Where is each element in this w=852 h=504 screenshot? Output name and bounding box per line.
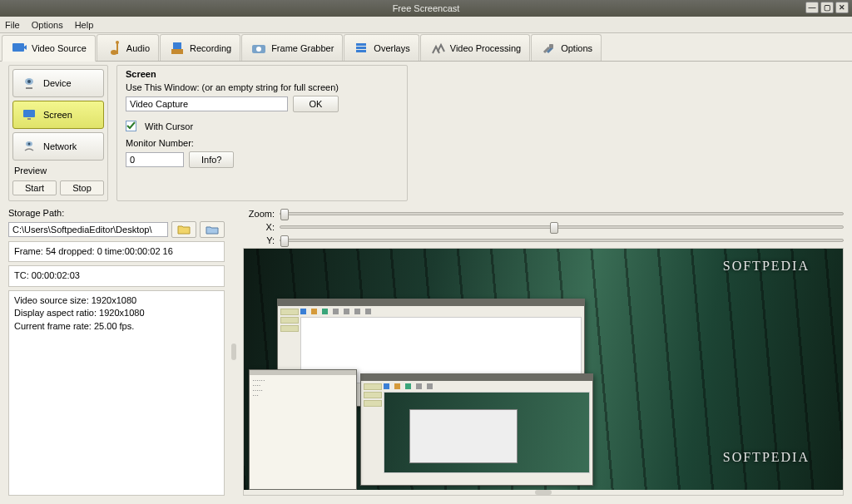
tab-label: Audio <box>126 43 150 53</box>
title-bar: Free Screencast — ▢ ✕ <box>0 0 852 17</box>
source-info-box: Video source size: 1920x1080 Display asp… <box>8 290 225 496</box>
maximize-button[interactable]: ▢ <box>820 2 834 13</box>
zoom-slider[interactable] <box>280 212 844 215</box>
nested-side-panel: ▪ ▪ ▪ ▪ ▪ ▪▪ ▪ ▪ ▪▪ ▪ ▪ ▪ ▪▪ ▪ ▪ <box>249 369 357 490</box>
video-processing-icon <box>429 40 446 57</box>
status-panel: Storage Path: Frame: 54 dropped: 0 time:… <box>8 208 225 496</box>
tab-label: Overlays <box>374 43 409 53</box>
preview-image: SOFTPEDIA SOFTPEDIA <box>244 249 843 490</box>
svg-rect-0 <box>12 43 24 52</box>
audio-icon <box>106 40 122 57</box>
screen-settings-group: Screen Use This Window: (or an empty str… <box>116 65 408 201</box>
folder-open-icon <box>206 225 219 235</box>
menu-file[interactable]: File <box>5 20 20 30</box>
x-slider[interactable] <box>280 225 844 229</box>
zoom-label: Zoom: <box>243 209 275 219</box>
frame-grabber-icon <box>250 40 267 57</box>
timecode-status: TC: 00:00:02:03 <box>8 265 225 286</box>
device-button[interactable]: Device <box>12 69 104 97</box>
frame-status: Frame: 54 dropped: 0 time:00:00:02 16 <box>8 241 225 262</box>
preview-start-button[interactable]: Start <box>12 180 57 195</box>
folder-icon <box>177 225 191 235</box>
monitor-number-label: Monitor Number: <box>126 138 399 148</box>
svg-point-8 <box>256 47 261 52</box>
x-label: X: <box>243 222 275 232</box>
monitor-icon <box>22 107 37 122</box>
close-button[interactable]: ✕ <box>835 2 849 13</box>
video-source-icon <box>11 40 27 57</box>
window-title: Free Screencast <box>393 3 460 13</box>
source-size: Video source size: 1920x1080 <box>14 294 219 307</box>
tab-video-processing[interactable]: Video Processing <box>420 34 530 61</box>
group-title: Screen <box>126 69 399 79</box>
menu-bar: File Options Help <box>0 17 852 33</box>
aspect-ratio: Display aspect ratio: 1920x1080 <box>14 307 219 319</box>
svg-rect-16 <box>27 118 31 120</box>
svg-point-18 <box>28 143 31 146</box>
network-button[interactable]: Network <box>12 132 104 161</box>
frame-rate: Current frame rate: 25.00 fps. <box>14 320 219 333</box>
tab-audio[interactable]: Audio <box>97 34 159 61</box>
tab-options[interactable]: Options <box>531 34 602 61</box>
watermark-text: SOFTPEDIA <box>723 259 810 274</box>
overlays-icon <box>353 40 369 57</box>
webcam-icon <box>22 76 37 91</box>
screen-label: Screen <box>43 110 72 120</box>
y-label: Y: <box>243 235 275 245</box>
horizontal-splitter[interactable] <box>244 490 843 495</box>
svg-rect-15 <box>23 110 35 117</box>
tab-label: Frame Grabber <box>271 43 334 53</box>
tab-strip: Video Source Audio Recording Frame Grabb… <box>0 33 852 62</box>
nested-window-inner <box>360 373 593 486</box>
y-slider[interactable] <box>280 239 844 242</box>
browse-folder-button[interactable] <box>171 221 196 238</box>
tab-label: Options <box>561 43 592 53</box>
svg-rect-11 <box>356 50 366 52</box>
device-label: Device <box>43 78 72 88</box>
svg-rect-12 <box>549 44 553 48</box>
tab-label: Video Processing <box>450 43 521 53</box>
use-window-input[interactable] <box>126 96 288 111</box>
menu-options[interactable]: Options <box>32 20 63 30</box>
svg-marker-1 <box>24 45 27 50</box>
tab-overlays[interactable]: Overlays <box>344 34 419 61</box>
ok-button[interactable]: OK <box>293 96 339 112</box>
minimize-button[interactable]: — <box>805 2 819 13</box>
workspace: Device Screen Network Preview Start Stop… <box>0 62 852 504</box>
network-icon <box>22 139 37 154</box>
network-label: Network <box>43 141 77 151</box>
options-icon <box>540 40 557 57</box>
info-button[interactable]: Info? <box>189 151 234 168</box>
recording-icon <box>169 40 186 57</box>
watermark-text: SOFTPEDIA <box>723 450 810 465</box>
with-cursor-checkbox[interactable] <box>126 121 136 131</box>
screen-button[interactable]: Screen <box>12 101 104 129</box>
open-folder-button[interactable] <box>200 221 225 238</box>
svg-rect-6 <box>173 42 181 49</box>
storage-path-label: Storage Path: <box>8 208 225 218</box>
preview-canvas: SOFTPEDIA SOFTPEDIA <box>244 249 843 490</box>
svg-rect-5 <box>171 49 183 54</box>
tab-label: Recording <box>190 43 231 53</box>
preview-stop-button[interactable]: Stop <box>60 180 104 195</box>
window-controls: — ▢ ✕ <box>805 2 849 13</box>
tab-label: Video Source <box>32 43 87 53</box>
svg-rect-10 <box>356 47 366 49</box>
preview-panel: Zoom: X: Y: SOFTPEDIA SOFT <box>243 208 844 496</box>
tab-recording[interactable]: Recording <box>160 34 240 61</box>
device-selector-panel: Device Screen Network Preview Start Stop <box>8 65 108 201</box>
with-cursor-label: With Cursor <box>145 121 193 131</box>
menu-help[interactable]: Help <box>75 20 94 30</box>
monitor-number-input[interactable] <box>126 152 184 167</box>
storage-path-input[interactable] <box>8 222 168 237</box>
svg-rect-9 <box>356 43 366 46</box>
svg-point-4 <box>116 41 119 44</box>
use-window-label: Use This Window: (or an empty string for… <box>126 82 399 92</box>
tab-video-source[interactable]: Video Source <box>2 35 96 62</box>
svg-point-14 <box>27 80 31 83</box>
svg-point-3 <box>111 50 117 55</box>
tab-frame-grabber[interactable]: Frame Grabber <box>241 34 343 61</box>
vertical-splitter[interactable] <box>231 208 236 496</box>
preview-label: Preview <box>12 164 104 175</box>
